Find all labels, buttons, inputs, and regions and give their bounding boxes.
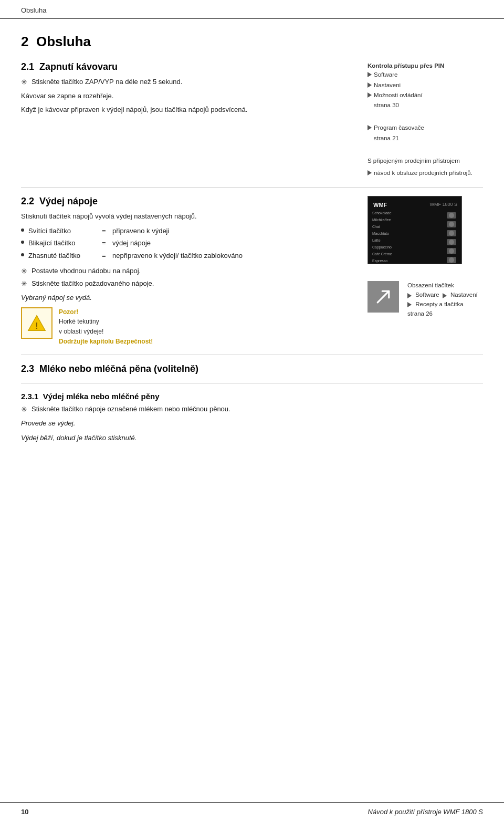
triangle-icon-5 [368, 170, 372, 175]
machine-btn-5 [447, 248, 456, 254]
btn-circle-4 [449, 240, 454, 245]
warning-triangle-svg: ! [27, 314, 46, 332]
note-nastaveni: Nastaveni [374, 81, 401, 90]
label-espresso: Espresso [372, 259, 392, 263]
section-21-text2: Když je kávovar připraven k výdeji nápoj… [21, 105, 357, 115]
section-22-result: Vybraný nápoj se vydá. [21, 293, 359, 303]
step-22-2: ✳ Stiskněte tlačítko požadovaného nápoje… [21, 278, 359, 289]
bullet-2 [21, 253, 24, 256]
footer-document-title: Návod k použití přístroje WMF 1800 S [368, 808, 483, 816]
obs-recepty: Recepty a tlačítka [415, 301, 463, 307]
label-cappuccino: Cappuccino [372, 245, 392, 249]
legend-eq-2: = [102, 251, 112, 261]
section-231-steps: ✳ Stiskněte tlačítko nápoje označené mlé… [21, 404, 483, 415]
machine-btn-4 [447, 239, 456, 245]
btn-circle-2 [449, 222, 454, 227]
section-23-title: 2.3 Mléko nebo mléčná pěna (volitelně) [21, 363, 483, 375]
svg-line-2 [377, 291, 389, 303]
warning-cta: Dodržujte kapitolu Bezpečnost! [59, 338, 153, 345]
star-icon-22-1: ✳ [21, 266, 27, 277]
section-22-steps: ✳ Postavte vhodnou nádobu na nápoj. ✳ St… [21, 266, 359, 289]
section-21-text1: Kávovar se zapne a rozehřeje. [21, 91, 357, 101]
legend-term-0: Svítící tlačítko [28, 226, 102, 236]
note-moznosti: Možnosti ovládání [374, 91, 423, 100]
header-title: Obsluha [21, 6, 46, 14]
machine-btn-6 [447, 257, 456, 263]
star-icon-22-2: ✳ [21, 278, 27, 289]
label-milchkaffee: Milchkaffee [372, 218, 392, 222]
step-1: ✳ Stiskněte tlačítko ZAP/VYP na déle než… [21, 77, 357, 88]
note-nastaveni-line: Nastaveni [368, 81, 483, 90]
main-content: 2 Obsluha 2.1 Zapnutí kávovaru ✳ Stiskně… [0, 19, 504, 468]
btn-circle-5 [449, 248, 454, 254]
svg-text:!: ! [35, 321, 38, 330]
triangle-icon-4 [368, 125, 372, 130]
btn-circle-6 [449, 257, 454, 263]
section-231-result1: Provede se výdej. [21, 418, 483, 429]
note-box-pin: Kontrola přístupu přes PIN Software Nast… [368, 61, 483, 110]
machine-labels: Schokolade Milchkaffee Chai Macchiato La… [372, 211, 392, 264]
warning-icon-wrap: ! [21, 307, 52, 339]
divider-2 [21, 355, 483, 355]
btn-circle-3 [449, 231, 454, 236]
divider-1 [21, 187, 483, 188]
legend-def-1: výdej nápoje [112, 238, 359, 248]
obs-strana: strana 26 [407, 310, 433, 317]
section-21-left: 2.1 Zapnutí kávovaru ✳ Stiskněte tlačítk… [21, 61, 357, 179]
note-software: Software [374, 70, 397, 79]
note-box-program: Program časovače strana 21 [368, 123, 483, 143]
bullet-1 [21, 241, 24, 244]
section-22-intro: Stisknutí tlačítek nápojů vyvolá výdej n… [21, 211, 359, 222]
star-icon-231-1: ✳ [21, 404, 27, 415]
label-latte: Latte [372, 238, 392, 242]
section-22: 2.2 Výdej nápoje Stisknutí tlačítek nápo… [21, 196, 483, 346]
obs-note-row: Obsazení tlačítek Software Nastavení Rec… [368, 281, 483, 318]
section-21-steps: ✳ Stiskněte tlačítko ZAP/VYP na déle než… [21, 77, 357, 88]
warning-line1: Horké tekutiny [59, 318, 99, 325]
warning-box: ! Pozor! Horké tekutiny v oblasti výdeje… [21, 307, 359, 346]
wmf-model: WMF 1800 S [429, 202, 457, 207]
note-connected: S připojeným prodejním přístrojem [368, 157, 483, 165]
section-231-result2: Výdej běží, dokud je tlačítko stisknuté. [21, 433, 483, 443]
triangle-icon-1 [368, 72, 372, 77]
machine-btn-1 [447, 212, 456, 219]
legend-row-1: Blikající tlačítko = výdej nápoje [21, 238, 359, 248]
legend-term-1: Blikající tlačítko [28, 238, 102, 248]
note-navod-line: návod k obsluze prodejních přístrojů. [368, 169, 483, 178]
triangle-icon-2 [368, 82, 372, 88]
section-22-title: 2.2 Výdej nápoje [21, 196, 359, 207]
section-231-title: 2.3.1 Výdej mléka nebo mléčné pěny [21, 392, 483, 401]
wmf-logo: WMF [373, 202, 387, 208]
machine-inner: WMF WMF 1800 S Schokolade Milchkaffee Ch… [368, 196, 461, 264]
step-231-1: ✳ Stiskněte tlačítko nápoje označené mlé… [21, 404, 483, 415]
section-22-left: 2.2 Výdej nápoje Stisknutí tlačítek nápo… [21, 196, 359, 346]
triangle-icon-3 [368, 92, 372, 98]
label-cafe-creme: Café Crème [372, 252, 392, 256]
note-navod: návod k obsluze prodejních přístrojů. [374, 169, 472, 178]
machine-btn-2 [447, 221, 456, 227]
triangle-obs-2 [443, 293, 447, 298]
page-header: Obsluha [0, 0, 504, 19]
step-22-1: ✳ Postavte vhodnou nádobu na nápoj. [21, 266, 359, 277]
section-231: 2.3.1 Výdej mléka nebo mléčné pěny ✳ Sti… [21, 392, 483, 443]
button-legend: Svítící tlačítko = připraveno k výdeji B… [21, 226, 359, 261]
warning-title: Pozor! [59, 308, 78, 316]
note-program-line: Program časovače [368, 123, 483, 132]
legend-eq-1: = [102, 238, 112, 248]
page-container: Obsluha 2 Obsluha 2.1 Zapnutí kávovaru ✳… [0, 0, 504, 821]
legend-eq-0: = [102, 226, 112, 236]
note-moznosti-line: Možnosti ovládání [368, 91, 483, 100]
note-box-connected: S připojeným prodejním přístrojem návod … [368, 157, 483, 179]
page-footer: 10 Návod k použití přístroje WMF 1800 S [0, 802, 504, 821]
btn-circle-1 [449, 213, 454, 218]
legend-row-2: Zhasnuté tlačítko = nepřipraveno k výdej… [21, 251, 359, 261]
triangle-obs-3 [407, 302, 412, 307]
obs-nastaveni: Nastavení [450, 292, 478, 298]
machine-btn-3 [447, 230, 456, 236]
note-software-line: Software [368, 70, 483, 79]
arrow-icon-box [368, 281, 399, 313]
section-21: 2.1 Zapnutí kávovaru ✳ Stiskněte tlačítk… [21, 61, 483, 179]
machine-buttons [447, 212, 456, 264]
divider-3 [21, 383, 483, 383]
obs-title: Obsazení tlačítek [407, 282, 454, 288]
